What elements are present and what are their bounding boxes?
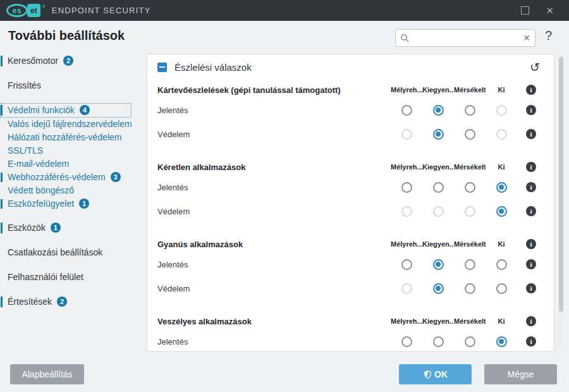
radio-cell (454, 336, 486, 347)
radio-button[interactable] (496, 259, 507, 270)
radio-cell (391, 182, 422, 193)
info-icon[interactable]: i (526, 129, 536, 139)
radio-cell (422, 105, 454, 116)
info-cell: i (517, 85, 545, 95)
radio-cell (391, 206, 422, 217)
sidebar-item-label: Valós idejű fájlrendszervédelem (8, 119, 132, 129)
radio-button[interactable] (401, 259, 412, 270)
count-badge: 2 (63, 56, 73, 66)
column-label: Ki (486, 240, 517, 248)
info-icon[interactable]: i (526, 182, 536, 192)
sidebar-item-2[interactable]: Védelmi funkciók4 (0, 103, 132, 118)
sidebar-item-1[interactable]: Frissítés (0, 78, 147, 93)
column-label: Mélyreh... (391, 317, 422, 325)
radio-button[interactable] (465, 283, 475, 294)
sidebar-item-8[interactable]: Védett böngésző (0, 184, 147, 197)
section-1: Kéretlen alkalmazásokMélyreh...Kiegyen..… (157, 161, 545, 217)
radio-button[interactable] (496, 182, 507, 193)
sidebar-item-12[interactable]: Felhasználói felület (0, 270, 147, 285)
radio-button[interactable] (433, 105, 444, 116)
ok-button[interactable]: OK (399, 364, 472, 384)
section-2: Gyanús alkalmazásokMélyreh...Kiegyen...M… (157, 238, 545, 295)
row-label: Jelentés (157, 106, 391, 115)
setting-row: Védelemi (157, 205, 545, 217)
info-icon[interactable]: i (526, 85, 536, 95)
sidebar-item-label: Csatlakozási beállítások (8, 247, 102, 257)
info-icon[interactable]: i (526, 105, 536, 115)
panel-title: Észlelési válaszok (174, 62, 530, 73)
sidebar-item-11[interactable]: Csatlakozási beállítások (0, 245, 147, 260)
info-cell: i (517, 336, 545, 346)
radio-button[interactable] (465, 129, 475, 140)
row-label: Védelem (157, 207, 391, 216)
sidebar-item-10[interactable]: Eszközök1 (0, 221, 147, 235)
sidebar-item-6[interactable]: E-mail-védelem (0, 157, 147, 171)
sidebar-item-4[interactable]: Hálózati hozzáférés-védelem (0, 131, 147, 144)
sidebar-item-7[interactable]: Webhozzáférés-védelem3 (0, 171, 147, 184)
search-box[interactable]: ✕ (395, 29, 535, 47)
radio-button[interactable] (433, 259, 444, 270)
sidebar-item-9[interactable]: Eszközfelügyelet1 (0, 197, 147, 211)
radio-cell (422, 182, 454, 193)
info-icon[interactable]: i (526, 239, 536, 249)
sidebar-item-0[interactable]: Keresőmotor2 (0, 54, 147, 68)
setting-row: Jelentési (157, 181, 545, 193)
radio-button[interactable] (465, 259, 475, 270)
collapse-icon[interactable] (157, 63, 167, 72)
maximize-icon[interactable] (521, 6, 529, 15)
radio-button[interactable] (465, 336, 475, 347)
setting-row: Jelentési (157, 335, 545, 348)
sidebar-item-label: Értesítések (8, 297, 52, 307)
info-icon[interactable]: i (526, 316, 536, 326)
info-cell: i (517, 283, 545, 293)
undo-icon[interactable]: ↺ (530, 61, 540, 73)
sidebar-item-label: Eszközök (8, 223, 46, 233)
radio-button[interactable] (433, 129, 444, 140)
section-header: Kéretlen alkalmazásokMélyreh...Kiegyen..… (157, 161, 545, 173)
section-title: Kéretlen alkalmazások (157, 162, 391, 172)
radio-cell (422, 336, 454, 347)
cancel-button[interactable]: Mégse (484, 364, 557, 384)
sidebar-item-label: Hálózati hozzáférés-védelem (8, 132, 122, 142)
search-input[interactable] (410, 33, 523, 44)
sidebar-item-label: SSL/TLS (8, 145, 43, 156)
radio-button[interactable] (496, 336, 507, 347)
help-icon[interactable]: ? (545, 28, 552, 43)
scrollbar-track[interactable] (559, 56, 563, 350)
radio-button[interactable] (465, 182, 475, 193)
info-icon[interactable]: i (526, 206, 536, 216)
radio-button[interactable] (401, 336, 412, 347)
sidebar-item-13[interactable]: Értesítések2 (0, 295, 147, 309)
radio-cell (422, 283, 454, 294)
column-label: Mérsékelt (454, 163, 486, 171)
default-settings-button[interactable]: Alapbeállítás (10, 364, 84, 384)
info-icon[interactable]: i (526, 283, 536, 293)
radio-button[interactable] (401, 182, 412, 193)
scrollbar-thumb[interactable] (559, 57, 563, 312)
radio-button[interactable] (496, 206, 507, 217)
eset-logo-oval: es (6, 4, 28, 17)
radio-button (465, 206, 475, 217)
sidebar-item-5[interactable]: SSL/TLS (0, 144, 147, 157)
count-badge: 3 (111, 172, 121, 182)
sidebar-item-label: Keresőmotor (8, 56, 58, 66)
row-label: Jelentés (157, 260, 391, 269)
radio-cell (422, 129, 454, 140)
close-icon[interactable]: ✕ (546, 6, 554, 15)
radio-button[interactable] (433, 182, 444, 193)
search-clear-icon[interactable]: ✕ (523, 33, 530, 43)
info-cell: i (517, 162, 545, 172)
radio-button[interactable] (433, 336, 444, 347)
radio-button[interactable] (401, 105, 412, 116)
radio-button[interactable] (496, 283, 507, 294)
ok-button-label: OK (434, 369, 448, 379)
info-icon[interactable]: i (526, 162, 536, 172)
radio-cell (486, 129, 517, 140)
row-label: Jelentés (157, 337, 391, 346)
radio-button[interactable] (433, 283, 444, 294)
count-badge: 1 (51, 223, 61, 233)
sidebar-item-3[interactable]: Valós idejű fájlrendszervédelem (0, 118, 147, 131)
radio-button[interactable] (465, 105, 475, 116)
info-icon[interactable]: i (526, 336, 536, 346)
info-icon[interactable]: i (526, 259, 536, 269)
